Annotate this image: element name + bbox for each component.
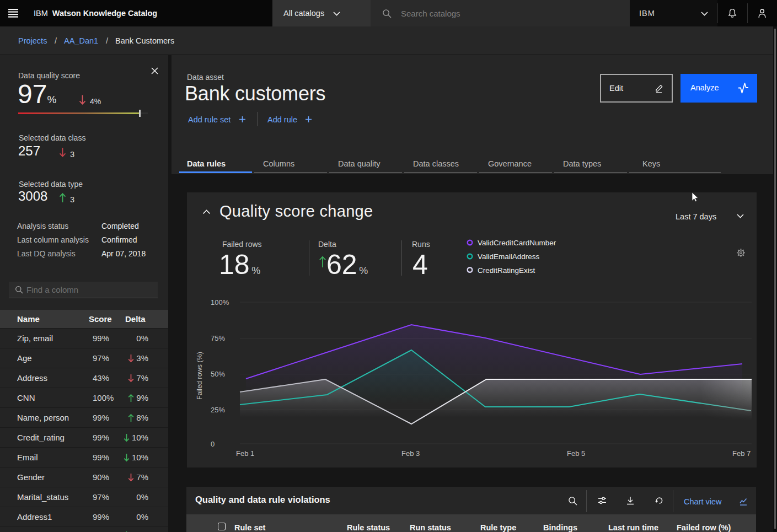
svg-text:Failed rows (%): Failed rows (%) (196, 352, 203, 400)
svg-text:0: 0 (211, 440, 215, 448)
svg-text:Feb 1: Feb 1 (236, 449, 254, 458)
svg-text:Feb 5: Feb 5 (567, 449, 585, 458)
svg-text:50%: 50% (211, 370, 225, 378)
svg-text:Feb 3: Feb 3 (401, 449, 420, 458)
svg-text:75%: 75% (211, 334, 225, 342)
svg-text:100%: 100% (211, 298, 229, 307)
svg-text:Feb 7: Feb 7 (732, 449, 751, 458)
svg-text:25%: 25% (211, 406, 225, 414)
